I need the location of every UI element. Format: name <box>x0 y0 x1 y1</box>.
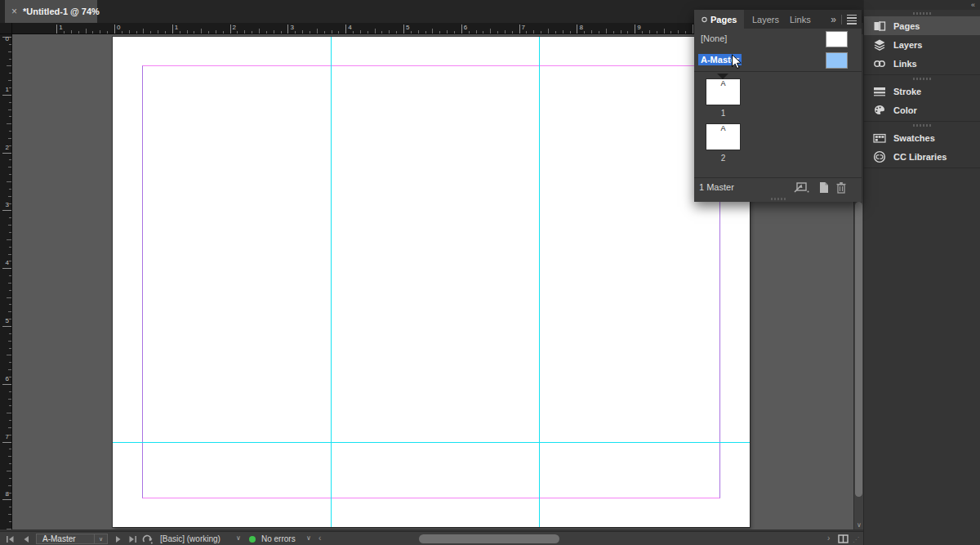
edit-page-size-icon[interactable] <box>794 181 812 197</box>
preflight-status-label[interactable]: No errors <box>261 534 296 543</box>
pages-icon <box>873 20 886 33</box>
page-thumbnail-2[interactable]: A <box>706 124 740 150</box>
dock-group-1: Pages Layers Links <box>864 10 980 75</box>
horizontal-scrollbar-thumb[interactable] <box>419 534 559 543</box>
preflight-status-icon <box>249 536 256 543</box>
dock-top-bar: « <box>864 0 980 10</box>
dock-item-label: Swatches <box>893 133 935 143</box>
divider <box>841 15 842 25</box>
dock-group-3: Swatches CC Libraries <box>864 122 980 168</box>
panel-section-divider[interactable] <box>694 71 862 72</box>
preflight-menu-icon[interactable] <box>142 534 152 543</box>
panel-tab-label: Pages <box>710 15 737 25</box>
panel-tab-label: Layers <box>752 15 779 25</box>
panel-dock: « Pages Layers Links <box>863 0 980 545</box>
master-count-label: 1 Master <box>699 182 734 192</box>
preflight-profile-chevron-icon[interactable]: ∨ <box>236 534 241 542</box>
vertical-scrollbar-thumb[interactable] <box>855 202 862 497</box>
page-thumbnail-1[interactable]: A <box>706 79 740 105</box>
links-icon <box>873 57 886 70</box>
master-letter: A <box>706 79 740 88</box>
dock-group-2: Stroke Color <box>864 75 980 122</box>
dock-item-pages[interactable]: Pages <box>864 16 980 35</box>
pages-panel-footer: 1 Master <box>694 178 862 196</box>
close-tab-icon[interactable]: × <box>11 7 17 16</box>
document-title: *Untitled-1 @ 74% <box>23 7 100 16</box>
page-selector-dropdown[interactable]: A-Master ∨ <box>36 534 108 544</box>
master-swatch-none[interactable] <box>826 31 848 47</box>
dock-group-grip[interactable] <box>864 10 980 16</box>
cc-libraries-icon <box>873 150 886 163</box>
dock-item-swatches[interactable]: Swatches <box>864 128 980 147</box>
delete-page-icon[interactable] <box>835 181 847 197</box>
dock-item-label: Stroke <box>893 87 921 96</box>
scroll-left-icon[interactable]: ‹ <box>318 534 321 543</box>
ruler-guide-vertical-2[interactable] <box>539 37 540 527</box>
spread-view-icon[interactable] <box>838 534 848 543</box>
dock-item-label: Pages <box>893 21 920 31</box>
dock-item-label: Links <box>893 59 917 69</box>
dock-item-stroke[interactable]: Stroke <box>864 82 980 101</box>
panel-tab-pages[interactable]: Pages <box>694 10 744 29</box>
preflight-status-chevron-icon[interactable]: ∨ <box>306 534 311 542</box>
ruler-origin-corner[interactable] <box>0 23 12 34</box>
stroke-icon <box>873 85 886 98</box>
collapse-panels-icon[interactable]: « <box>971 1 975 9</box>
panel-resize-grip[interactable] <box>694 196 862 202</box>
pages-panel: Pages Layers Links » [None] A-Master <box>694 10 862 202</box>
dock-item-label: Color <box>893 105 917 115</box>
swatches-icon <box>873 132 886 145</box>
indesign-window: × *Untitled-1 @ 74% 1012345678910 012345… <box>0 0 980 545</box>
page-number-2[interactable]: 2 <box>706 154 740 163</box>
document-page[interactable] <box>113 37 750 527</box>
spread-indicator-icon <box>717 74 728 79</box>
next-page-button[interactable] <box>114 535 124 543</box>
vertical-ruler[interactable]: 012345678 <box>0 34 12 529</box>
master-swatch-a-master[interactable] <box>826 52 848 69</box>
dock-item-links[interactable]: Links <box>864 54 980 73</box>
pages-panel-header: Pages Layers Links » <box>694 10 862 29</box>
scroll-right-icon[interactable]: › <box>827 534 830 543</box>
window-resize-grip[interactable]: ⋰ <box>853 536 861 543</box>
dock-item-label: Layers <box>893 40 922 50</box>
first-page-button[interactable] <box>6 535 16 543</box>
chevron-down-icon[interactable]: ∨ <box>94 534 107 543</box>
page-selector-value: A-Master <box>37 534 94 543</box>
margin-guides <box>142 65 720 498</box>
page-number-1[interactable]: 1 <box>706 109 740 118</box>
dock-item-label: CC Libraries <box>893 152 947 162</box>
mouse-cursor <box>731 54 742 74</box>
dock-group-grip[interactable] <box>864 122 980 128</box>
dock-item-color[interactable]: Color <box>864 101 980 119</box>
master-row-a-master[interactable]: A-Master <box>694 50 862 71</box>
master-name[interactable]: [None] <box>698 33 729 44</box>
panel-tab-layers[interactable]: Layers <box>745 10 786 29</box>
panel-menu-icon[interactable] <box>847 13 857 26</box>
panel-tab-label: Links <box>790 15 811 25</box>
ruler-guide-vertical-1[interactable] <box>331 37 332 527</box>
create-new-page-icon[interactable] <box>818 181 830 197</box>
dock-group-grip[interactable] <box>864 75 980 82</box>
dock-item-layers[interactable]: Layers <box>864 35 980 54</box>
last-page-button[interactable] <box>128 535 138 543</box>
panel-tab-cycle-icon <box>702 16 707 23</box>
layers-icon <box>873 38 886 51</box>
previous-page-button[interactable] <box>22 535 32 543</box>
master-row-none[interactable]: [None] <box>694 29 862 50</box>
expand-panel-icon[interactable]: » <box>831 14 836 25</box>
preflight-profile-label[interactable]: [Basic] (working) <box>160 534 220 543</box>
panel-tab-links[interactable]: Links <box>782 10 818 29</box>
dock-item-cc-libraries[interactable]: CC Libraries <box>864 147 980 166</box>
master-letter: A <box>706 124 740 133</box>
status-bar: A-Master ∨ [Basic] (working) ∨ No errors… <box>0 531 863 545</box>
color-icon <box>873 104 886 117</box>
document-tab[interactable]: × *Untitled-1 @ 74% <box>5 0 97 23</box>
ruler-guide-horizontal-1[interactable] <box>113 442 750 443</box>
